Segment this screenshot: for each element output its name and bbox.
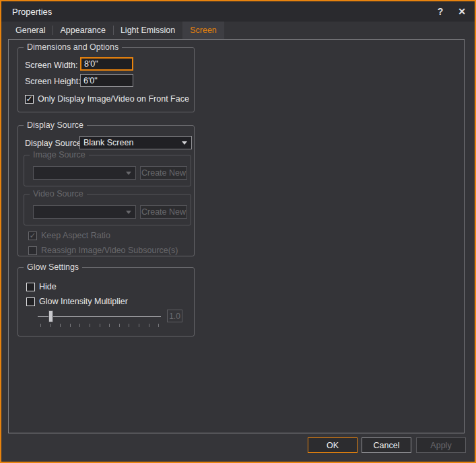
tab-screen[interactable]: Screen: [182, 22, 224, 39]
glow-intensity-label: Glow Intensity Multiplier: [39, 297, 128, 306]
hide-label: Hide: [39, 282, 57, 291]
front-face-checkbox-row[interactable]: ✓ Only Display Image/Video on Front Face: [25, 94, 189, 104]
screen-tab-panel: Dimensions and Options Screen Width: Scr…: [8, 39, 465, 433]
chevron-down-icon: [126, 211, 131, 214]
cancel-button[interactable]: Cancel: [362, 437, 411, 453]
image-source-group-label: Image Source: [30, 150, 89, 160]
display-source-dropdown[interactable]: Blank Screen: [79, 136, 192, 149]
hide-checkbox-row[interactable]: Hide: [26, 282, 57, 291]
ok-button[interactable]: OK: [308, 437, 358, 453]
glow-intensity-slider-handle[interactable]: [48, 310, 53, 322]
screen-height-input[interactable]: [80, 74, 133, 87]
chevron-down-icon: [126, 172, 131, 175]
keep-aspect-ratio-checkbox-row: ✓ Keep Aspect Ratio: [28, 231, 110, 240]
reassign-subsource-checkbox: [28, 246, 37, 255]
glow-intensity-checkbox-row[interactable]: Glow Intensity Multiplier: [26, 297, 128, 306]
video-source-dropdown: [33, 205, 136, 219]
tab-general[interactable]: General: [8, 22, 53, 39]
image-create-new-button: Create New: [140, 166, 187, 180]
image-source-dropdown: [33, 166, 136, 180]
apply-button: Apply: [416, 437, 466, 453]
glow-settings-group-label: Glow Settings: [24, 262, 82, 273]
window-title: Properties: [12, 7, 52, 17]
tab-light-emission[interactable]: Light Emission: [113, 22, 182, 39]
glow-intensity-slider-track[interactable]: [38, 316, 161, 317]
video-create-new-button: Create New: [140, 205, 187, 219]
glow-settings-group: Glow Settings Hide Glow Intensity Multip…: [18, 267, 195, 336]
front-face-checkbox[interactable]: ✓: [25, 95, 34, 104]
properties-dialog: Properties ? ✕ General Appearance Light …: [0, 0, 476, 463]
reassign-subsource-checkbox-row: Reassign Image/Video Subsource(s): [28, 246, 178, 255]
title-bar: Properties ? ✕: [1, 1, 475, 22]
tab-bar: General Appearance Light Emission Screen: [1, 22, 475, 39]
display-source-group: Display Source Display Source: Blank Scr…: [18, 125, 195, 256]
tab-appearance[interactable]: Appearance: [53, 22, 112, 39]
glow-intensity-checkbox[interactable]: [26, 297, 35, 306]
keep-aspect-ratio-checkbox: ✓: [28, 232, 37, 240]
close-icon[interactable]: ✕: [452, 1, 472, 22]
dimensions-and-options-group: Dimensions and Options Screen Width: Scr…: [18, 47, 195, 112]
video-source-group: Video Source Create New: [24, 194, 191, 225]
help-icon[interactable]: ?: [430, 1, 450, 22]
screen-width-label: Screen Width:: [25, 61, 78, 70]
display-source-group-label: Display Source: [24, 120, 87, 131]
reassign-subsource-label: Reassign Image/Video Subsource(s): [41, 246, 178, 255]
display-source-label: Display Source:: [25, 139, 84, 148]
glow-intensity-value-box: 1.0: [167, 310, 182, 322]
hide-checkbox[interactable]: [26, 283, 35, 291]
video-source-group-label: Video Source: [30, 189, 87, 199]
image-source-group: Image Source Create New: [24, 155, 191, 186]
screen-height-label: Screen Height:: [25, 77, 81, 86]
front-face-label: Only Display Image/Video on Front Face: [38, 94, 189, 104]
glow-intensity-slider-ticks: [40, 324, 162, 327]
keep-aspect-ratio-label: Keep Aspect Ratio: [41, 231, 110, 240]
screen-width-input[interactable]: [80, 57, 133, 71]
dimensions-group-label: Dimensions and Options: [24, 42, 122, 52]
display-source-value: Blank Screen: [83, 138, 133, 147]
chevron-down-icon: [182, 141, 187, 145]
